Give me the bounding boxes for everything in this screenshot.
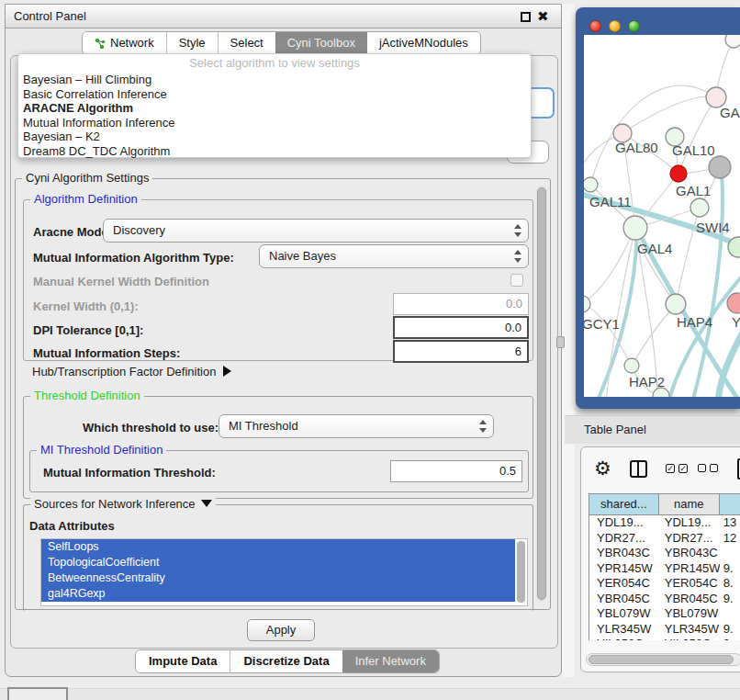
table-row[interactable]: YER054CYER054C8. <box>589 576 740 592</box>
tab-discretize-data[interactable]: Discretize Data <box>230 650 342 672</box>
cell[interactable]: YIL052C <box>589 637 659 640</box>
list-item[interactable]: TopologicalCoefficient <box>41 555 515 570</box>
cell[interactable]: 9. <box>720 561 740 577</box>
mac-zoom-icon[interactable] <box>628 20 640 32</box>
mi-algorithm-type-combo[interactable]: Naive Bayes <box>259 244 529 268</box>
mac-minimize-icon[interactable] <box>609 20 621 32</box>
tab-impute-data[interactable]: Impute Data <box>136 650 230 672</box>
settings-vertical-scrollbar[interactable] <box>536 186 547 602</box>
mac-close-icon[interactable] <box>589 20 601 32</box>
column-header-name[interactable]: name <box>659 494 720 515</box>
list-item[interactable]: SelfLoops <box>41 539 515 555</box>
which-threshold-value: MI Threshold <box>229 419 298 433</box>
cell[interactable]: 12 <box>720 531 740 547</box>
node-label: HAP4 <box>677 314 712 330</box>
minimized-panel-box[interactable] <box>7 687 68 700</box>
cell[interactable]: YPR145W <box>659 561 720 577</box>
list-item[interactable]: BetweennessCentrality <box>41 570 515 586</box>
sources-group-title[interactable]: Sources for Network Inference <box>30 497 216 511</box>
tab-select[interactable]: Select <box>218 32 275 54</box>
which-threshold-combo[interactable]: MI Threshold <box>219 414 494 438</box>
list-scrollbar-thumb[interactable] <box>517 541 525 603</box>
network-view-window[interactable]: GAL GAL80 GAL10 GAL1 GAL11 SWI4 GAL4 GCY… <box>576 7 740 409</box>
tab-jactivemnodules[interactable]: jActiveMNodules <box>367 32 480 54</box>
cell[interactable]: YDL19... <box>589 515 659 531</box>
network-canvas[interactable]: GAL GAL80 GAL10 GAL1 GAL11 SWI4 GAL4 GCY… <box>584 35 740 397</box>
network-node-gal4[interactable] <box>623 216 647 240</box>
tab-cyni-toolbox[interactable]: Cyni Toolbox <box>275 32 367 54</box>
cell[interactable]: YDL19... <box>659 515 720 531</box>
cell[interactable]: YBR045C <box>659 592 720 607</box>
table-row[interactable]: YBR043CYBR043C <box>589 546 740 561</box>
kernel-width-field[interactable]: 0.0 <box>393 293 529 315</box>
cell[interactable]: 9. <box>720 592 740 607</box>
cell[interactable]: 9. <box>720 622 740 638</box>
network-node[interactable] <box>725 35 740 48</box>
cell[interactable]: YDR27... <box>589 531 659 547</box>
column-header-shared-name[interactable]: shared... <box>589 494 659 515</box>
split-view-icon[interactable] <box>630 460 647 478</box>
panel-divider-grip[interactable] <box>556 336 565 348</box>
unchecked-checkbox-icon[interactable] <box>710 464 718 472</box>
unchecked-checkbox-icon[interactable] <box>698 464 706 472</box>
cell[interactable]: 13 <box>720 515 740 531</box>
table-row[interactable]: YBR045CYBR045C9. <box>589 592 740 607</box>
dropdown-item[interactable]: Basic Correlation Inference <box>18 87 531 102</box>
gear-icon[interactable]: ⚙ <box>594 457 611 480</box>
network-node-red[interactable] <box>670 165 687 182</box>
column-header-partial[interactable] <box>720 494 740 515</box>
cell[interactable]: YLR345W <box>589 622 659 638</box>
dpi-tolerance-field[interactable]: 0.0 <box>393 316 529 339</box>
cell[interactable]: YER054C <box>659 576 720 592</box>
data-attributes-list[interactable]: SelfLoops TopologicalCoefficient Between… <box>40 538 528 606</box>
hub-tf-definition-toggle[interactable]: Hub/Transcription Factor Definition <box>32 365 231 381</box>
network-node-gal1[interactable] <box>690 198 709 217</box>
network-node-gray[interactable] <box>709 156 731 178</box>
cell[interactable]: YBR043C <box>589 546 659 561</box>
dropdown-item[interactable]: Dream8 DC_TDC Algorithm <box>18 144 531 159</box>
checked-checkbox-icon[interactable]: ✓ <box>666 464 675 473</box>
checked-checkbox-icon[interactable]: ✓ <box>678 464 688 473</box>
cell[interactable] <box>720 546 740 561</box>
cell[interactable]: YDR27... <box>659 531 720 547</box>
cell[interactable]: 9 <box>720 637 740 640</box>
dropdown-item[interactable]: Bayesian – K2 <box>18 130 531 144</box>
cell[interactable]: YLR345W <box>659 622 720 638</box>
cell[interactable]: YBR045C <box>589 592 659 607</box>
table-horizontal-scrollbar[interactable] <box>586 653 740 666</box>
dropdown-item-selected[interactable]: ARACNE Algorithm <box>18 101 531 116</box>
close-icon[interactable]: ✖ <box>537 8 550 25</box>
cell[interactable]: YER054C <box>589 576 659 592</box>
aracne-mode-combo[interactable]: Discovery <box>103 219 529 243</box>
scrollbar-thumb[interactable] <box>589 655 734 664</box>
dropdown-item[interactable]: Mutual Information Inference <box>18 116 531 130</box>
list-item[interactable]: gal4RGexp <box>41 586 515 602</box>
table-row[interactable]: YBL079WYBL079W <box>589 606 740 622</box>
cell[interactable]: YPR145W <box>589 561 659 577</box>
table-row[interactable]: YPR145WYPR145W9. <box>589 561 740 577</box>
cell[interactable]: 8. <box>720 576 740 592</box>
tab-infer-network[interactable]: Infer Network <box>342 650 439 672</box>
manual-kernel-checkbox[interactable] <box>510 274 523 287</box>
network-node-y[interactable] <box>727 293 740 313</box>
cell[interactable]: YIL052C <box>659 637 720 640</box>
dropdown-item[interactable]: Bayesian – Hill Climbing <box>18 73 531 87</box>
cell[interactable]: YBL079W <box>659 606 720 622</box>
cell[interactable] <box>720 606 740 622</box>
cell[interactable]: YBR043C <box>659 546 720 561</box>
table-row[interactable]: YIL052CYIL052C9 <box>589 637 740 640</box>
scrollbar-thumb[interactable] <box>537 187 546 600</box>
network-node-hap4[interactable] <box>666 294 686 314</box>
tab-style[interactable]: Style <box>166 32 218 54</box>
network-node-gal11[interactable] <box>584 177 598 192</box>
apply-button[interactable]: Apply <box>247 619 315 641</box>
tab-network[interactable]: Network <box>83 32 166 54</box>
mi-threshold-field[interactable]: 0.5 <box>390 460 522 482</box>
mi-steps-field[interactable]: 6 <box>393 340 529 363</box>
network-node-hap2[interactable] <box>624 358 639 373</box>
table-row[interactable]: YDL19...YDL19...13 <box>589 515 740 531</box>
table-row[interactable]: YLR345WYLR345W9. <box>589 622 740 638</box>
table-row[interactable]: YDR27...YDR27...12 <box>589 531 740 547</box>
cell[interactable]: YBL079W <box>589 606 659 622</box>
float-panel-icon[interactable] <box>521 12 531 22</box>
